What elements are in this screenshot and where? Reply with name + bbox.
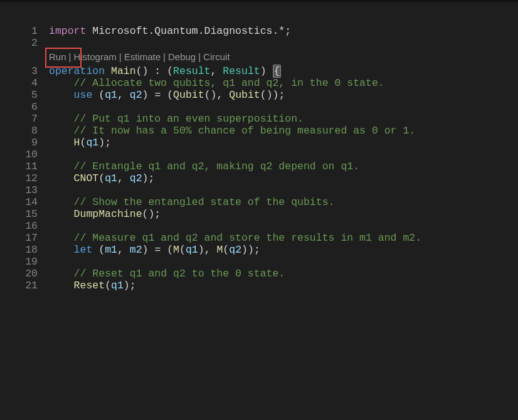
code-line[interactable]: let (m1, m2) = (M(q1), M(q2)); [49, 244, 518, 256]
line-number: 10 [0, 149, 49, 160]
codelens-debug[interactable]: Debug [168, 51, 196, 62]
code-line[interactable]: // Show the entangled state of the qubit… [49, 196, 518, 208]
code-line[interactable]: // Measure q1 and q2 and store the resul… [49, 232, 518, 244]
comment: // It now has a 50% chance of being meas… [74, 125, 416, 137]
type-result: Result [173, 65, 210, 77]
comment: // Measure q1 and q2 and store the resul… [74, 232, 422, 244]
function-call: CNOT [74, 172, 99, 184]
code-line[interactable] [49, 149, 518, 160]
code-line[interactable]: operation Main() : (Result, Result) { [49, 65, 518, 77]
codelens-histogram[interactable]: Histogram [73, 51, 116, 62]
variable: q1 [105, 89, 117, 101]
line-number: 3 [0, 65, 49, 77]
comment: // Allocate two qubits, q1 and q2, in th… [74, 77, 384, 89]
line-number: 5 [0, 89, 49, 101]
line-number: 18 [0, 244, 49, 256]
comment: // Put q1 into an even superposition. [74, 113, 304, 125]
line-number: 21 [0, 280, 49, 291]
codelens-estimate[interactable]: Estimate [124, 51, 161, 62]
code-line[interactable]: DumpMachine(); [49, 208, 518, 220]
function-call: H [74, 137, 80, 149]
code-line[interactable] [49, 37, 518, 49]
code-line[interactable]: CNOT(q1, q2); [49, 172, 518, 184]
variable: q1 [186, 244, 198, 256]
code-line[interactable]: H(q1); [49, 137, 518, 149]
function-call: DumpMachine [74, 208, 142, 220]
line-number: 7 [0, 113, 49, 125]
codelens-run[interactable]: Run [49, 51, 66, 62]
code-line[interactable]: // Allocate two qubits, q1 and q2, in th… [49, 77, 518, 89]
keyword-operation: operation [49, 65, 105, 77]
line-number: 13 [0, 184, 49, 196]
code-editor[interactable]: 1 import Microsoft.Quantum.Diagnostics.*… [0, 0, 518, 420]
gutter-empty [0, 49, 49, 65]
code-line[interactable] [49, 101, 518, 113]
variable: q2 [130, 172, 142, 184]
keyword-import: import [49, 25, 86, 37]
line-number: 12 [0, 172, 49, 184]
codelens-row: Run|Histogram|Estimate|Debug|Circuit [49, 49, 518, 65]
comment: // Reset q1 and q2 to the 0 state. [74, 268, 285, 280]
line-number: 15 [0, 208, 49, 220]
code-line[interactable]: // Entangle q1 and q2, making q2 depend … [49, 160, 518, 172]
variable: m2 [130, 244, 142, 256]
codelens-circuit[interactable]: Circuit [203, 51, 230, 62]
variable: q1 [111, 280, 124, 291]
line-number: 17 [0, 232, 49, 244]
code-line[interactable]: Reset(q1); [49, 280, 518, 291]
line-number: 6 [0, 101, 49, 113]
function-name: Main [111, 65, 136, 77]
function-call: M [173, 244, 179, 256]
variable: q2 [130, 89, 142, 101]
code-line[interactable]: use (q1, q2) = (Qubit(), Qubit()); [49, 89, 518, 101]
variable: q1 [86, 137, 98, 149]
line-number: 2 [0, 37, 49, 49]
variable: q2 [229, 244, 241, 256]
comment: // Entangle q1 and q2, making q2 depend … [74, 160, 359, 172]
line-number: 14 [0, 196, 49, 208]
code-line[interactable] [49, 220, 518, 232]
code-line[interactable] [49, 256, 518, 268]
line-number: 20 [0, 268, 49, 280]
variable: q1 [105, 172, 117, 184]
type-result: Result [223, 65, 260, 77]
namespace: Microsoft.Quantum.Diagnostics.*; [86, 25, 291, 37]
keyword-let: let [74, 244, 93, 256]
comment: // Show the entangled state of the qubit… [74, 196, 335, 208]
tab-bar [0, 0, 518, 2]
code-line[interactable]: // It now has a 50% chance of being meas… [49, 125, 518, 137]
line-number: 19 [0, 256, 49, 268]
line-number: 11 [0, 160, 49, 172]
function-call: M [216, 244, 223, 256]
code-line[interactable]: import Microsoft.Quantum.Diagnostics.*; [49, 25, 518, 37]
code-line[interactable] [49, 184, 518, 196]
line-number: 9 [0, 137, 49, 149]
variable: m1 [105, 244, 117, 256]
function-call: Reset [74, 280, 105, 291]
line-number: 8 [0, 125, 49, 137]
function-call: Qubit [173, 89, 204, 101]
keyword-use: use [74, 89, 93, 101]
code-line[interactable]: // Put q1 into an even superposition. [49, 113, 518, 125]
brace-open: { [273, 65, 282, 78]
line-number: 16 [0, 220, 49, 232]
code-line[interactable]: // Reset q1 and q2 to the 0 state. [49, 268, 518, 280]
line-number: 1 [0, 25, 49, 37]
line-number: 4 [0, 77, 49, 89]
function-call: Qubit [229, 89, 260, 101]
